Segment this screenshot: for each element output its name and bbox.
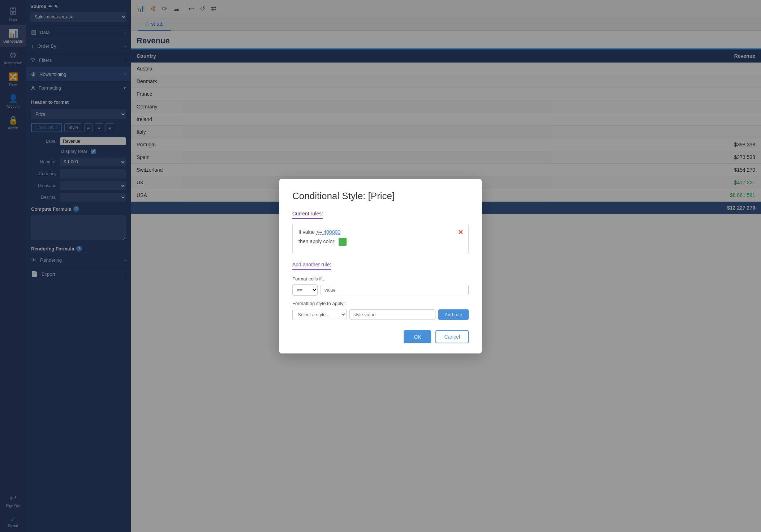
formatting-style-label: Formatting style to apply: <box>292 301 469 306</box>
conditional-style-modal: Conditional Style: [Price] Current rules… <box>279 179 482 353</box>
rule-box: ✕ If value >= 400000 then apply color: <box>292 224 469 254</box>
rule-then-line: then apply color: <box>298 238 463 246</box>
rule-operator: >= <box>316 229 323 235</box>
add-another-rule-label: Add another rule: <box>292 262 331 270</box>
rule-if-line: If value >= 400000 <box>298 229 463 235</box>
rule-value: 400000 <box>323 229 340 235</box>
modal-title: Conditional Style: [Price] <box>292 190 469 202</box>
add-rule-button[interactable]: Add rule <box>438 309 469 320</box>
modal-footer: OK Cancel <box>292 330 469 343</box>
value-input[interactable] <box>321 285 469 295</box>
format-cells-row: == != > < >= <= <box>292 284 469 296</box>
format-cells-label: Format cells if... <box>292 276 469 282</box>
formatting-style-row: Select a style... Add rule <box>292 309 469 320</box>
rule-color-swatch[interactable] <box>339 238 347 246</box>
style-select[interactable]: Select a style... <box>292 309 347 320</box>
rule-close-button[interactable]: ✕ <box>458 228 463 236</box>
modal-overlay: Conditional Style: [Price] Current rules… <box>0 0 761 532</box>
operator-select[interactable]: == != > < >= <= <box>292 284 318 296</box>
cancel-button[interactable]: Cancel <box>435 330 469 343</box>
current-rules-label: Current rules: <box>292 211 323 219</box>
style-value-input[interactable] <box>349 309 435 320</box>
ok-button[interactable]: OK <box>404 330 431 343</box>
